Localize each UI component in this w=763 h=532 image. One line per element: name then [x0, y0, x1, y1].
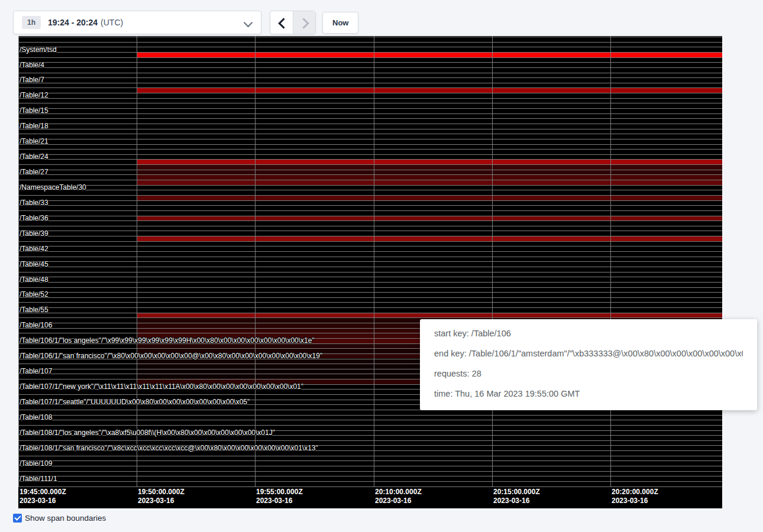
x-axis-tick-date: 2023-03-16: [375, 497, 422, 505]
span-boundary-line: [18, 246, 722, 246]
span-boundary-line: [18, 129, 722, 129]
span-boundary-line: [18, 481, 722, 482]
span-boundary-line: [18, 486, 722, 487]
row-label: /Table/18: [20, 122, 49, 130]
span-boundary-line: [18, 174, 722, 175]
next-time-button[interactable]: [293, 11, 315, 34]
span-boundary-line: [18, 124, 722, 124]
span-boundary-line: [18, 108, 722, 109]
span-boundary-line: [18, 190, 722, 190]
span-boundary-line: [18, 149, 722, 150]
row-label: /NamespaceTable/30: [20, 184, 86, 192]
row-label: /Table/4: [20, 61, 44, 69]
key-visualizer-canvas[interactable]: /System/tsd/Table/4/Table/7/Table/12/Tab…: [18, 36, 722, 508]
span-boundary-line: [18, 425, 722, 426]
x-axis-tick: 20:20:00.000Z2023-03-16: [612, 488, 658, 505]
heat-band[interactable]: [137, 175, 722, 180]
x-axis-tick: 20:15:00.000Z2023-03-16: [493, 488, 540, 505]
span-boundary-line: [18, 220, 722, 221]
time-range-selector[interactable]: 1h 19:24 - 20:24 (UTC): [13, 11, 261, 34]
span-boundary-line: [18, 67, 722, 68]
x-axis-tick-time: 20:15:00.000Z: [493, 488, 540, 497]
span-boundary-line: [18, 456, 722, 456]
span-boundary-line: [18, 440, 722, 441]
heat-band[interactable]: [137, 180, 722, 185]
span-boundary-line: [18, 42, 722, 43]
span-boundary-line: [18, 261, 722, 262]
row-label: /Table/45: [20, 261, 49, 268]
now-button[interactable]: Now: [322, 12, 358, 34]
span-boundary-line: [18, 134, 722, 134]
row-label: /Table/106/1/"san francisco"/"\x80\x00\x…: [20, 352, 322, 360]
row-label: /Table/21: [20, 138, 49, 145]
row-label: /Table/39: [20, 230, 49, 238]
span-boundary-line: [18, 236, 722, 236]
span-boundary-line: [18, 180, 722, 180]
span-boundary-line: [18, 200, 722, 201]
time-gridline: [492, 36, 493, 486]
heat-band[interactable]: [137, 88, 722, 93]
show-span-boundaries-label: Show span boundaries: [25, 514, 106, 523]
heat-band[interactable]: [137, 313, 722, 318]
heat-band[interactable]: [137, 53, 722, 57]
span-boundary-line: [18, 118, 722, 119]
x-axis-tick-time: 20:20:00.000Z: [612, 488, 658, 497]
span-boundary-line: [18, 57, 722, 58]
span-boundary-line: [18, 297, 722, 298]
time-gridline: [255, 36, 256, 486]
span-boundary-line: [18, 83, 722, 83]
row-label: /Table/15: [20, 107, 49, 115]
span-boundary-line: [18, 164, 722, 165]
x-axis-tick: 19:45:00.000Z2023-03-16: [20, 488, 66, 505]
chevron-down-icon: [244, 18, 253, 28]
x-axis-tick-date: 2023-03-16: [612, 497, 658, 505]
heat-band[interactable]: [137, 160, 722, 164]
x-axis-tick-time: 19:50:00.000Z: [138, 488, 185, 497]
heat-band[interactable]: [137, 216, 722, 221]
heat-band[interactable]: [137, 236, 722, 241]
row-label: /Table/106/1/"los angeles"/"\x99\x99\x99…: [20, 337, 315, 345]
span-boundary-line: [18, 103, 722, 103]
span-boundary-line: [18, 257, 722, 257]
x-axis-tick-time: 19:55:00.000Z: [256, 488, 303, 497]
x-axis-tick-date: 2023-03-16: [493, 497, 540, 505]
toolbar: 1h 19:24 - 20:24 (UTC) Now: [0, 0, 763, 36]
span-boundary-line: [18, 471, 722, 472]
x-axis-tick: 19:50:00.000Z2023-03-16: [138, 488, 185, 505]
tooltip-requests: requests: 28: [434, 368, 743, 380]
span-boundary-line: [18, 37, 722, 37]
span-boundary-line: [18, 267, 722, 267]
x-axis-tick: 19:55:00.000Z2023-03-16: [256, 488, 303, 505]
row-label: /Table/33: [20, 199, 49, 207]
row-label: /Table/108/1/"san francisco"/"\x8c\xcc\x…: [20, 445, 318, 452]
heat-band[interactable]: [137, 196, 722, 200]
row-label: /Table/109: [20, 460, 52, 468]
x-axis-tick-time: 19:45:00.000Z: [20, 488, 66, 497]
tooltip-end-key: end key: /Table/106/1/"amsterdam"/"\xb33…: [434, 348, 743, 360]
time-gridline: [18, 36, 19, 486]
x-axis-tick-date: 2023-03-16: [138, 497, 185, 505]
span-boundary-line: [18, 272, 722, 273]
row-label: /Table/52: [20, 291, 49, 299]
row-label: /Table/48: [20, 276, 49, 284]
span-boundary-line: [18, 98, 722, 99]
span-boundary-line: [18, 170, 722, 170]
x-axis-tick-date: 2023-03-16: [256, 497, 303, 505]
x-axis-tick-date: 2023-03-16: [20, 497, 66, 505]
tooltip-time: time: Thu, 16 Mar 2023 19:55:00 GMT: [434, 388, 743, 400]
span-boundary-line: [18, 205, 722, 206]
span-boundary-line: [18, 307, 722, 308]
span-boundary-line: [18, 287, 722, 288]
tooltip-start-key: start key: /Table/106: [434, 327, 743, 340]
span-boundary-line: [18, 144, 722, 145]
heat-band[interactable]: [137, 165, 722, 170]
show-span-boundaries-checkbox[interactable]: [13, 514, 22, 523]
prev-time-button[interactable]: [270, 11, 293, 34]
x-axis-tick-time: 20:10:00.000Z: [375, 488, 422, 497]
row-label: /Table/107: [20, 368, 52, 375]
heat-band[interactable]: [137, 170, 722, 175]
span-boundary-line: [18, 93, 722, 93]
span-boundary-line: [18, 139, 722, 140]
time-gridline: [610, 36, 611, 486]
row-label: /Table/42: [20, 245, 49, 253]
